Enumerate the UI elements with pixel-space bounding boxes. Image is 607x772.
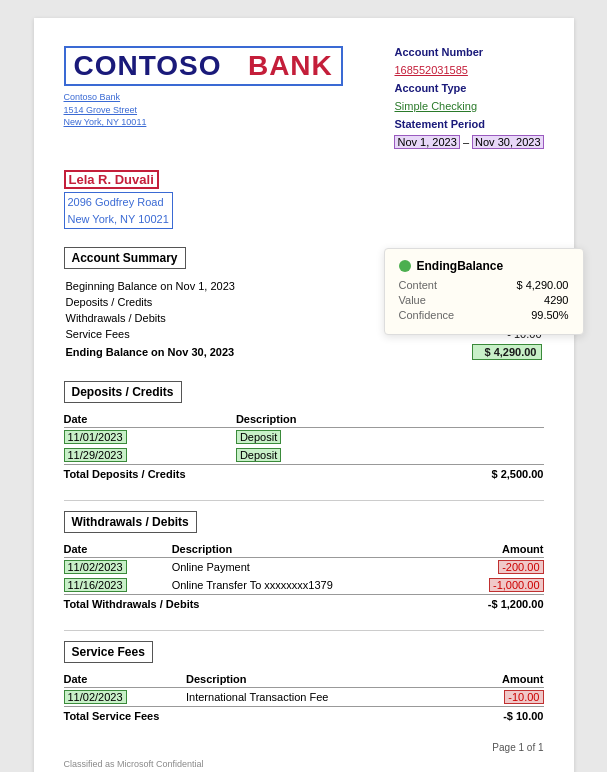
withdrawal-desc-0: Online Payment — [172, 558, 448, 577]
ending-balance-value: $ 4,290.00 — [472, 344, 542, 360]
tooltip-value-row: Value 4290 — [399, 294, 569, 306]
deposits-col-amount — [401, 411, 543, 428]
summary-row-withdrawals-label: Withdrawals / Debits — [66, 311, 401, 325]
fees-col-date: Date — [64, 671, 187, 688]
account-number-label: Account Number — [394, 46, 543, 58]
summary-row-beginning-label: Beginning Balance on Nov 1, 2023 — [66, 279, 401, 293]
fees-thead-row: Date Description Amount — [64, 671, 544, 688]
tooltip-content-label: Content — [399, 279, 438, 291]
withdrawal-row-1: 11/16/2023 Online Transfer To xxxxxxxx13… — [64, 576, 544, 595]
deposit-desc-0: Deposit — [236, 428, 401, 447]
account-info: Account Number 168552031585 Account Type… — [394, 46, 543, 154]
withdrawal-date-1: 11/16/2023 — [64, 576, 172, 595]
account-type-value: Simple Checking — [394, 100, 543, 112]
withdrawals-header: Withdrawals / Debits — [64, 511, 197, 533]
withdrawal-date-0: 11/02/2023 — [64, 558, 172, 577]
customer-name: Lela R. Duvali — [64, 170, 159, 189]
tooltip-content-row: Content $ 4,290.00 — [399, 279, 569, 291]
deposit-desc-1: Deposit — [236, 446, 401, 465]
tooltip-value-value: 4290 — [544, 294, 568, 306]
tooltip-dot — [399, 260, 411, 272]
page-footer: Page 1 of 1 — [64, 742, 544, 753]
fees-total-value: -$ 10.00 — [463, 707, 544, 725]
page-number: Page 1 of 1 — [492, 742, 543, 753]
summary-row-ending: Ending Balance on Nov 30, 2023 $ 4,290.0… — [66, 343, 542, 361]
fee-date-0: 11/02/2023 — [64, 688, 187, 707]
deposits-col-description: Description — [236, 411, 401, 428]
withdrawals-col-amount: Amount — [448, 541, 543, 558]
header-section: CONTOSO BANK Contoso Bank 1514 Grove Str… — [64, 46, 544, 154]
confidential-label: Classified as Microsoft Confidential — [64, 759, 544, 769]
tooltip-confidence-row: Confidence 99.50% — [399, 309, 569, 321]
deposits-col-date: Date — [64, 411, 236, 428]
summary-ending-value: $ 4,290.00 — [403, 343, 542, 361]
fee-amount-0: -10.00 — [463, 688, 544, 707]
withdrawals-total-row: Total Withdrawals / Debits -$ 1,200.00 — [64, 595, 544, 613]
bank-identity: CONTOSO BANK Contoso Bank 1514 Grove Str… — [64, 46, 343, 129]
withdrawals-thead-row: Date Description Amount — [64, 541, 544, 558]
withdrawal-desc-1: Online Transfer To xxxxxxxx1379 — [172, 576, 448, 595]
deposits-thead-row: Date Description — [64, 411, 544, 428]
fees-total-row: Total Service Fees -$ 10.00 — [64, 707, 544, 725]
tooltip-confidence-value: 99.50% — [531, 309, 568, 321]
page-wrapper: CONTOSO BANK Contoso Bank 1514 Grove Str… — [0, 0, 607, 772]
bank-name-part1: CONTOSO — [74, 50, 222, 81]
divider-2 — [64, 630, 544, 631]
withdrawals-total-label: Total Withdrawals / Debits — [64, 595, 449, 613]
bank-address: Contoso Bank 1514 Grove Street New York,… — [64, 91, 343, 129]
tooltip-title: EndingBalance — [399, 259, 569, 273]
tooltip-box: EndingBalance Content $ 4,290.00 Value 4… — [384, 248, 584, 335]
period-end: Nov 30, 2023 — [472, 135, 543, 149]
customer-section: Lela R. Duvali 2096 Godfrey Road New Yor… — [64, 170, 544, 229]
deposits-table: Date Description 11/01/2023 Deposit — [64, 411, 544, 482]
withdrawals-table: Date Description Amount 11/02/2023 Onlin… — [64, 541, 544, 612]
bank-name-part2: BANK — [248, 50, 333, 81]
fee-row-0: 11/02/2023 International Transaction Fee… — [64, 688, 544, 707]
statement-period-label: Statement Period — [394, 118, 543, 130]
fees-total-label: Total Service Fees — [64, 707, 463, 725]
account-summary-header: Account Summary — [64, 247, 186, 269]
bank-logo: CONTOSO BANK — [64, 46, 343, 86]
period-dash: – — [463, 136, 469, 148]
deposit-row-1: 11/29/2023 Deposit — [64, 446, 544, 465]
tooltip-confidence-label: Confidence — [399, 309, 455, 321]
tooltip-value-label: Value — [399, 294, 426, 306]
deposit-amount-1 — [401, 446, 543, 465]
summary-row-deposits-label: Deposits / Credits — [66, 295, 401, 309]
document: CONTOSO BANK Contoso Bank 1514 Grove Str… — [34, 18, 574, 772]
account-type-label: Account Type — [394, 82, 543, 94]
deposit-date-1: 11/29/2023 — [64, 446, 236, 465]
account-type-block: Account Type Simple Checking — [394, 82, 543, 112]
fee-desc-0: International Transaction Fee — [186, 688, 463, 707]
withdrawal-row-0: 11/02/2023 Online Payment -200.00 — [64, 558, 544, 577]
withdrawals-total-value: -$ 1,200.00 — [448, 595, 543, 613]
withdrawal-amount-1: -1,000.00 — [448, 576, 543, 595]
withdrawals-col-date: Date — [64, 541, 172, 558]
service-fees-section: Service Fees Date Description Amount 11/… — [64, 641, 544, 724]
service-fees-header: Service Fees — [64, 641, 153, 663]
summary-ending-label: Ending Balance on Nov 30, 2023 — [66, 343, 401, 361]
deposit-row-0: 11/01/2023 Deposit — [64, 428, 544, 447]
deposits-total-label: Total Deposits / Credits — [64, 465, 402, 483]
summary-row-fees-label: Service Fees — [66, 327, 401, 341]
customer-address: 2096 Godfrey Road New York, NY 10021 — [64, 192, 173, 229]
withdrawals-col-description: Description — [172, 541, 448, 558]
deposits-total-value: $ 2,500.00 — [401, 465, 543, 483]
period-start: Nov 1, 2023 — [394, 135, 459, 149]
tooltip-content-value: $ 4,290.00 — [517, 279, 569, 291]
account-number-value: 168552031585 — [394, 64, 543, 76]
deposits-total-row: Total Deposits / Credits $ 2,500.00 — [64, 465, 544, 483]
statement-period-block: Statement Period Nov 1, 2023 – Nov 30, 2… — [394, 118, 543, 148]
withdrawals-section: Withdrawals / Debits Date Description Am… — [64, 511, 544, 612]
service-fees-table: Date Description Amount 11/02/2023 Inter… — [64, 671, 544, 724]
statement-period-value: Nov 1, 2023 – Nov 30, 2023 — [394, 136, 543, 148]
account-number-block: Account Number 168552031585 — [394, 46, 543, 76]
divider-1 — [64, 500, 544, 501]
deposits-section: Deposits / Credits Date Description 11/0… — [64, 381, 544, 482]
withdrawal-amount-0: -200.00 — [448, 558, 543, 577]
fees-col-amount: Amount — [463, 671, 544, 688]
fees-col-description: Description — [186, 671, 463, 688]
deposit-amount-0 — [401, 428, 543, 447]
deposit-date-0: 11/01/2023 — [64, 428, 236, 447]
deposits-header: Deposits / Credits — [64, 381, 182, 403]
